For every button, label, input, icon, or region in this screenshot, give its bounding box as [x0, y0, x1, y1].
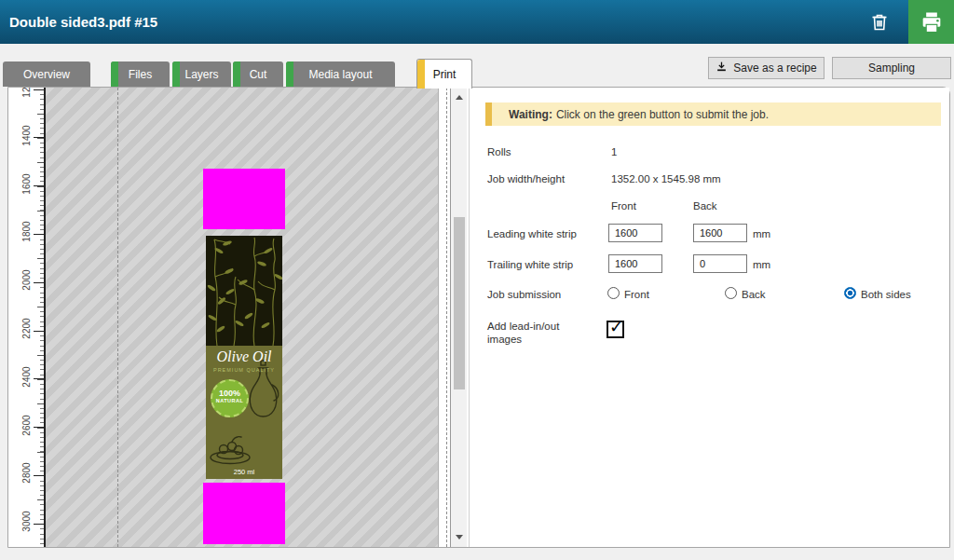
document-title: Double sided3.pdf #15 — [9, 0, 157, 44]
job-submission-label: Job submission — [487, 289, 561, 300]
ruler-tick — [34, 427, 45, 428]
radio-front[interactable] — [607, 287, 620, 299]
radio-both-sides[interactable] — [844, 287, 856, 299]
leading-unit: mm — [753, 228, 770, 239]
application-window: Double sided3.pdf #15 — [0, 0, 954, 560]
sampling-button[interactable]: Sampling — [832, 57, 951, 79]
check-icon — [609, 317, 623, 337]
job-artwork-olive-oil-label: Olive Oil PREMIUM QUALITY 100% NATURAL 2… — [206, 236, 282, 479]
ruler-label: 2800 — [21, 455, 32, 492]
tab-cut[interactable]: Cut — [233, 61, 283, 87]
tab-status-green — [233, 61, 240, 87]
save-as-recipe-label: Save as a recipe — [733, 61, 816, 75]
trailing-front-input[interactable] — [608, 254, 662, 273]
tab-status-green — [172, 61, 180, 87]
column-header-back: Back — [693, 200, 717, 212]
tab-print-label: Print — [433, 68, 457, 81]
ruler-label: 1400 — [21, 116, 32, 154]
sampling-label: Sampling — [868, 61, 915, 75]
trash-icon — [863, 11, 896, 34]
tab-overview-label: Overview — [23, 68, 70, 81]
ruler-tick — [34, 475, 45, 476]
tab-cut-label: Cut — [250, 68, 267, 81]
rolls-value: 1 — [611, 146, 617, 157]
preview-scrollbar[interactable] — [450, 88, 467, 547]
submit-job-button[interactable] — [908, 0, 954, 44]
scrollbar-thumb[interactable] — [454, 217, 465, 389]
ruler-label: 2600 — [21, 406, 32, 444]
ruler-tick — [34, 282, 45, 283]
print-settings-pane: Waiting: Click on the green button to su… — [469, 88, 949, 547]
ruler-label: 1200 — [21, 88, 32, 106]
ruler-tick — [34, 137, 45, 138]
trailing-back-input[interactable] — [693, 254, 747, 273]
ruler-label: 1600 — [21, 165, 32, 202]
ruler-label: 2200 — [21, 310, 32, 348]
radio-back-label: Back — [742, 289, 766, 300]
trailing-unit: mm — [753, 259, 770, 270]
media-margin-line-right — [446, 88, 447, 547]
status-banner-message: Click on the green button to submit the … — [556, 108, 769, 121]
badge-natural: NATURAL — [212, 398, 247, 403]
tab-overview[interactable]: Overview — [3, 61, 90, 87]
tab-status-yellow — [417, 60, 425, 89]
status-banner: Waiting: Click on the green button to su… — [485, 102, 941, 126]
lead-out-image-block — [203, 483, 285, 544]
scroll-up-arrow-icon[interactable] — [456, 95, 463, 100]
tab-status-green — [111, 61, 118, 87]
content-panel: 1200140016001800200022002400260028003000 — [7, 87, 950, 548]
radio-both-sides-label: Both sides — [861, 289, 911, 300]
ruler-label: 2400 — [21, 358, 32, 395]
job-preview-canvas[interactable]: 1200140016001800200022002400260028003000 — [8, 88, 450, 547]
media-margin-line-left — [117, 88, 118, 547]
ruler-tick — [34, 185, 45, 186]
ruler-tick — [34, 378, 45, 379]
ruler-tick — [34, 89, 45, 90]
leading-back-input[interactable] — [693, 224, 747, 242]
artwork-subtitle: PREMIUM QUALITY — [206, 367, 282, 373]
job-size-value: 1352.00 x 1545.98 mm — [611, 173, 721, 184]
add-lead-images-label: Add lead-in/out images — [487, 320, 592, 346]
tab-status-green — [286, 61, 293, 87]
ruler-tick — [34, 234, 45, 235]
tab-layers[interactable]: Layers — [172, 61, 231, 87]
artwork-main-section: Olive Oil PREMIUM QUALITY 100% NATURAL 2… — [206, 346, 282, 479]
leading-white-strip-label: Leading white strip — [487, 228, 577, 239]
tab-media-layout-label: Media layout — [308, 68, 372, 81]
artwork-volume: 250 ml — [206, 468, 282, 476]
save-as-recipe-button[interactable]: Save as a recipe — [708, 57, 825, 79]
column-header-front: Front — [611, 200, 636, 212]
job-size-label: Job width/height — [487, 173, 565, 184]
radio-back[interactable] — [725, 287, 737, 299]
ruler-tick — [34, 524, 45, 525]
status-bar — [0, 548, 954, 560]
rolls-label: Rolls — [487, 146, 511, 157]
leading-front-input[interactable] — [608, 224, 662, 242]
scroll-down-arrow-icon[interactable] — [456, 535, 463, 540]
artwork-branches-section — [206, 236, 282, 346]
add-lead-images-checkbox[interactable] — [606, 321, 624, 338]
printer-icon — [908, 9, 954, 35]
status-banner-state: Waiting: — [509, 108, 552, 121]
download-icon — [716, 61, 728, 75]
natural-badge: 100% NATURAL — [211, 379, 249, 417]
tab-print-active[interactable]: Print — [416, 59, 472, 89]
badge-percent: 100% — [212, 389, 247, 398]
ruler-label: 3000 — [21, 503, 32, 540]
tab-media-layout[interactable]: Media layout — [286, 61, 395, 87]
lead-in-image-block — [203, 169, 285, 229]
ruler-label: 2000 — [21, 262, 32, 299]
trailing-white-strip-label: Trailing white strip — [487, 259, 573, 270]
delete-job-button[interactable] — [863, 6, 896, 39]
title-bar: Double sided3.pdf #15 — [0, 0, 954, 44]
tab-files-label: Files — [129, 68, 152, 81]
tab-files[interactable]: Files — [111, 61, 170, 87]
ruler-tick — [34, 331, 45, 332]
ruler-label: 1800 — [21, 213, 32, 251]
tab-layers-label: Layers — [184, 68, 218, 81]
artwork-product-name: Olive Oil — [206, 348, 282, 365]
radio-front-label: Front — [624, 289, 649, 300]
olive-branches-illustration — [206, 236, 282, 346]
